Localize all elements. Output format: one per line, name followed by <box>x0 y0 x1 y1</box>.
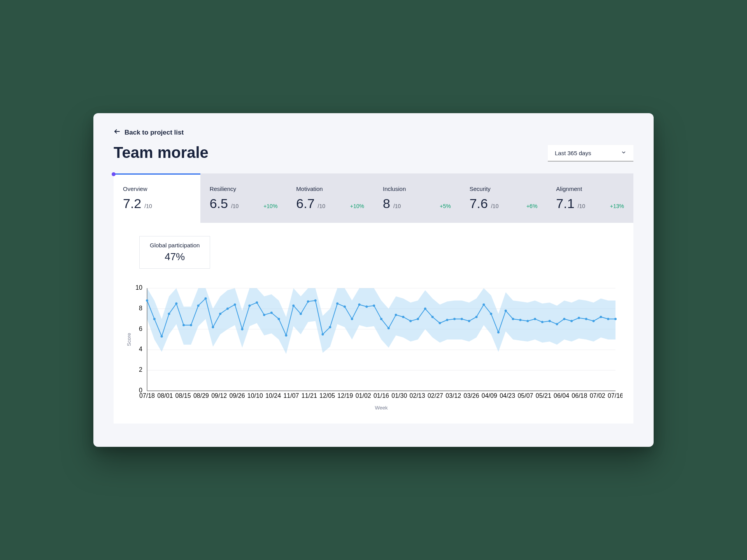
tab-score-row: 7.1 /10 +13% <box>556 196 624 211</box>
svg-point-19 <box>175 303 177 305</box>
svg-point-74 <box>578 317 580 319</box>
svg-point-54 <box>431 316 434 318</box>
tab-label: Alignment <box>556 186 624 192</box>
header-row: Team morale Last 365 days <box>114 144 633 161</box>
tab-delta: +10% <box>263 203 277 209</box>
svg-text:05/07: 05/07 <box>517 392 533 399</box>
tab-resiliency[interactable]: Resiliency 6.5 /10 +10% <box>200 173 287 223</box>
tab-label: Security <box>470 186 538 192</box>
dashboard-window: Back to project list Team morale Last 36… <box>93 113 654 447</box>
participation-value: 47% <box>150 251 200 263</box>
tab-motivation[interactable]: Motivation 6.7 /10 +10% <box>287 173 374 223</box>
svg-point-16 <box>153 318 156 320</box>
svg-text:10/24: 10/24 <box>265 392 281 399</box>
tab-outof: /10 <box>144 203 152 209</box>
tab-outof: /10 <box>393 203 401 209</box>
tab-score: 7.6 <box>470 196 488 211</box>
svg-point-75 <box>585 318 587 320</box>
chart-panel: Global participation 47% 024681007/1808/… <box>114 223 633 424</box>
tab-inclusion[interactable]: Inclusion 8 /10 +5% <box>374 173 460 223</box>
tab-security[interactable]: Security 7.6 /10 +6% <box>460 173 547 223</box>
svg-point-49 <box>395 314 397 316</box>
svg-point-22 <box>197 304 200 307</box>
svg-point-72 <box>563 318 565 320</box>
tab-label: Motivation <box>296 186 364 192</box>
svg-text:06/04: 06/04 <box>554 392 569 399</box>
tab-score: 6.5 <box>210 196 228 211</box>
tab-score-row: 7.2 /10 <box>123 196 191 211</box>
svg-point-20 <box>182 324 185 326</box>
tab-delta: +13% <box>610 203 624 209</box>
tab-label: Inclusion <box>383 186 451 192</box>
tab-overview[interactable]: Overview 7.2 /10 <box>114 173 200 223</box>
tab-label: Overview <box>123 186 191 192</box>
svg-point-56 <box>446 319 448 321</box>
svg-text:11/07: 11/07 <box>283 392 299 399</box>
svg-text:Score: Score <box>126 333 132 346</box>
active-tab-indicator-dot <box>112 172 116 176</box>
svg-point-60 <box>475 316 478 318</box>
svg-point-28 <box>241 328 244 331</box>
tab-delta: +10% <box>350 203 364 209</box>
svg-point-57 <box>453 318 456 320</box>
svg-text:04/09: 04/09 <box>482 392 497 399</box>
svg-point-31 <box>263 314 265 316</box>
tab-score-row: 8 /10 +5% <box>383 196 451 211</box>
svg-point-61 <box>482 303 485 306</box>
svg-text:Week: Week <box>375 405 388 411</box>
svg-point-59 <box>468 320 470 322</box>
svg-point-15 <box>146 299 148 302</box>
svg-point-36 <box>300 313 302 315</box>
svg-point-37 <box>307 300 309 303</box>
tab-score-row: 6.5 /10 +10% <box>210 196 278 211</box>
svg-point-48 <box>388 327 390 329</box>
tab-outof: /10 <box>491 203 498 209</box>
svg-point-50 <box>402 316 404 318</box>
svg-point-53 <box>424 308 426 310</box>
tab-score: 7.2 <box>123 196 141 211</box>
svg-text:06/18: 06/18 <box>572 392 587 399</box>
svg-point-68 <box>534 318 536 320</box>
svg-point-32 <box>270 312 273 314</box>
back-link-label: Back to project list <box>124 129 184 136</box>
svg-point-40 <box>329 326 331 328</box>
svg-text:10: 10 <box>135 284 142 291</box>
svg-point-58 <box>461 318 463 320</box>
svg-point-29 <box>248 304 251 307</box>
page-title: Team morale <box>114 144 209 161</box>
svg-point-35 <box>292 304 295 307</box>
svg-text:02/13: 02/13 <box>410 392 425 399</box>
participation-card: Global participation 47% <box>139 236 210 269</box>
back-to-projects-link[interactable]: Back to project list <box>114 128 184 137</box>
svg-text:01/02: 01/02 <box>356 392 371 399</box>
svg-point-78 <box>607 318 609 320</box>
svg-text:04/23: 04/23 <box>500 392 515 399</box>
svg-text:02/27: 02/27 <box>428 392 443 399</box>
svg-point-47 <box>380 318 382 320</box>
svg-point-67 <box>526 320 529 322</box>
svg-point-17 <box>161 335 163 338</box>
svg-point-65 <box>512 318 514 320</box>
svg-point-71 <box>556 323 558 325</box>
chevron-down-icon <box>621 150 626 156</box>
svg-text:6: 6 <box>139 326 142 332</box>
tab-delta: +6% <box>526 203 537 209</box>
tab-alignment[interactable]: Alignment 7.1 /10 +13% <box>547 173 633 223</box>
svg-text:05/21: 05/21 <box>536 392 551 399</box>
svg-text:10/10: 10/10 <box>247 392 263 399</box>
svg-point-46 <box>373 304 375 307</box>
tab-score: 8 <box>383 196 390 211</box>
svg-text:03/12: 03/12 <box>445 392 461 399</box>
svg-point-24 <box>212 326 214 328</box>
svg-text:4: 4 <box>139 346 142 352</box>
svg-point-79 <box>614 318 617 320</box>
svg-text:01/16: 01/16 <box>374 392 389 399</box>
svg-point-21 <box>190 324 192 326</box>
svg-point-27 <box>234 303 236 306</box>
score-chart: 024681007/1808/0108/1508/2909/1209/2610/… <box>124 284 622 413</box>
svg-text:01/30: 01/30 <box>391 392 407 399</box>
tab-score-row: 6.7 /10 +10% <box>296 196 364 211</box>
svg-text:07/18: 07/18 <box>139 392 155 399</box>
svg-text:8: 8 <box>139 305 142 312</box>
date-range-select[interactable]: Last 365 days <box>548 145 633 161</box>
